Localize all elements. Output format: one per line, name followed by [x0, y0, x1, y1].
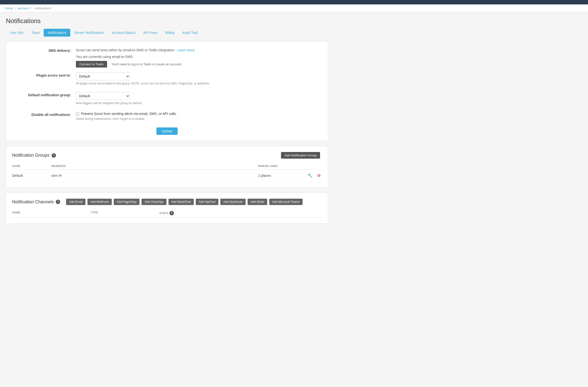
ch-col-stats-header: STATS ? — [159, 211, 322, 215]
page-title: Notifications — [6, 17, 328, 25]
add-hipchat-button[interactable]: Add HipChat — [196, 199, 218, 205]
notification-groups-table: NAME MEMBERS WHERE USED Default cem ✉ 2 … — [12, 163, 322, 182]
sms-current-method: You are currently using email-to-SMS. — [76, 54, 322, 60]
update-button[interactable]: Update — [156, 127, 177, 135]
group-members: cem ✉ — [51, 174, 258, 178]
col-where-used-header: WHERE USED — [258, 164, 307, 167]
col-members-header: MEMBERS — [51, 164, 258, 167]
add-slackchat-button[interactable]: Add SlackChat — [168, 199, 194, 205]
plugin-errors-hint: All plugin errors are emailed to this gr… — [76, 81, 322, 86]
add-webhook-button[interactable]: Add Webhook — [87, 199, 112, 205]
default-notification-label: Default notification group: — [12, 92, 76, 97]
tab-audit-trail[interactable]: Audit Trail — [178, 29, 201, 37]
notification-channels-table-header: NAME TYPE STATS ? — [12, 209, 322, 218]
add-notification-group-button[interactable]: Add Notification Group — [281, 152, 320, 159]
top-bar — [0, 0, 588, 4]
stats-help-icon[interactable]: ? — [169, 211, 174, 215]
connect-twilio-button[interactable]: Connect to Twilio — [76, 61, 107, 67]
notification-channels-title-container: Notification Channels ? — [12, 199, 60, 204]
notification-groups-help-icon[interactable]: ? — [52, 153, 56, 158]
add-pagerduty-button[interactable]: Add PagerDuty — [114, 199, 140, 205]
breadcrumb-sep1: / — [15, 6, 16, 10]
ch-col-name-header: NAME — [12, 211, 91, 215]
breadcrumb-account[interactable]: account — [18, 6, 29, 10]
tab-billing[interactable]: Billing — [161, 29, 178, 37]
notification-groups-header: Notification Groups ? Add Notification G… — [12, 152, 322, 159]
breadcrumb-sep2: / — [31, 6, 32, 10]
group-name: Default — [12, 174, 51, 178]
default-notification-content: Default New triggers will be assigned th… — [76, 92, 322, 107]
notification-channels-card: Notification Channels ? Add Email Add We… — [6, 193, 328, 224]
disable-notifications-content: Prevent Scout from sending alerts via em… — [76, 112, 322, 122]
add-victorops-button[interactable]: Add VictorOps — [142, 199, 166, 205]
tab-notifications[interactable]: Notifications — [44, 29, 70, 37]
twilio-hint: You'll need to log in to Twilio or creat… — [111, 62, 182, 66]
breadcrumb-current: notifications — [34, 6, 51, 10]
notification-groups-card: Notification Groups ? Add Notification G… — [6, 146, 328, 188]
tab-team[interactable]: Team — [27, 29, 44, 37]
settings-card: SMS delivery: Scout can send texts eithe… — [6, 41, 328, 141]
default-notification-select[interactable]: Default — [76, 92, 130, 100]
breadcrumb: home / account / notifications — [0, 4, 588, 12]
add-email-button[interactable]: Add Email — [66, 199, 85, 205]
update-row: Update — [12, 127, 322, 135]
default-notification-row: Default notification group: Default New … — [12, 92, 322, 107]
notification-channels-header: Notification Channels ? Add Email Add We… — [12, 199, 322, 205]
tab-your-info[interactable]: Your Info — [6, 29, 27, 37]
default-notification-hint: New triggers will be assigned this group… — [76, 101, 322, 105]
sms-description: Scout can send texts either by email-to-… — [76, 48, 322, 53]
delete-group-button[interactable]: ⊖ — [316, 173, 322, 178]
learn-more-link[interactable]: Learn more — [177, 48, 195, 52]
plugin-errors-select[interactable]: Default — [76, 72, 130, 80]
breadcrumb-home[interactable]: home — [5, 6, 13, 10]
group-actions: 🔧 ⊖ — [307, 173, 322, 178]
add-opsgenie-button[interactable]: Add OpsGenie — [220, 199, 246, 205]
sms-delivery-row: SMS delivery: Scout can send texts eithe… — [12, 48, 322, 67]
disable-notifications-row: Disable all notifications: Prevent Scout… — [12, 112, 322, 122]
disable-notifications-hint: Useful during maintenance. Don't forget … — [76, 117, 322, 121]
disable-notifications-checkbox[interactable] — [76, 112, 79, 116]
col-actions-header — [307, 164, 322, 167]
tab-server-notifications[interactable]: Server Notifications — [70, 29, 108, 37]
notification-groups-title-container: Notification Groups ? — [12, 153, 56, 158]
add-microsoft-teams-button[interactable]: Add Microsoft Teams — [269, 199, 303, 205]
plugin-errors-label: Plugin errors sent to: — [12, 72, 76, 77]
sms-delivery-label: SMS delivery: — [12, 48, 76, 53]
sms-delivery-content: Scout can send texts either by email-to-… — [76, 48, 322, 67]
notification-groups-table-header: NAME MEMBERS WHERE USED — [12, 163, 322, 170]
add-stride-button[interactable]: Add Stride — [248, 199, 267, 205]
edit-group-button[interactable]: 🔧 — [306, 173, 314, 178]
tab-account-basics[interactable]: Account Basics — [108, 29, 139, 37]
group-where-used: 2 places — [258, 174, 307, 178]
plugin-errors-content: Default All plugin errors are emailed to… — [76, 72, 322, 87]
notification-groups-title: Notification Groups — [12, 153, 50, 158]
tab-bar: Your Info Team Notifications Server Noti… — [6, 29, 328, 37]
ch-col-type-header: TYPE — [91, 211, 159, 215]
disable-checkbox-row: Prevent Scout from sending alerts via em… — [76, 112, 322, 116]
notification-channels-title: Notification Channels — [12, 199, 54, 204]
disable-notifications-text: Prevent Scout from sending alerts via em… — [81, 112, 177, 116]
plugin-errors-row: Plugin errors sent to: Default All plugi… — [12, 72, 322, 87]
tab-api-keys[interactable]: API Keys — [139, 29, 161, 37]
table-row: Default cem ✉ 2 places 🔧 ⊖ — [12, 170, 322, 182]
col-name-header: NAME — [12, 164, 51, 167]
notification-channels-help-icon[interactable]: ? — [56, 200, 60, 204]
disable-notifications-label: Disable all notifications: — [12, 112, 76, 117]
